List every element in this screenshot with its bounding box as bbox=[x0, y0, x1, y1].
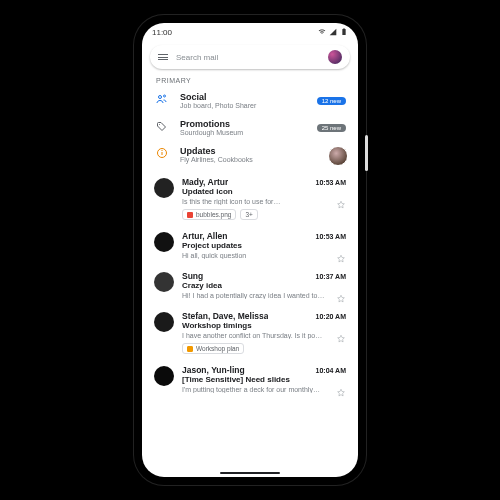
svg-rect-1 bbox=[343, 28, 344, 29]
mail-time: 10:53 AM bbox=[316, 233, 346, 240]
mail-item[interactable]: Jason, Yun-ling 10:04 AM [Time Sensitive… bbox=[142, 360, 358, 400]
mail-time: 10:37 AM bbox=[316, 273, 346, 280]
mail-time: 10:04 AM bbox=[316, 367, 346, 374]
sender-avatar bbox=[154, 312, 174, 332]
sender-avatar bbox=[154, 232, 174, 252]
mail-time: 10:20 AM bbox=[316, 313, 346, 320]
star-icon[interactable] bbox=[336, 290, 346, 300]
sender-avatar bbox=[154, 272, 174, 292]
category-promotions[interactable]: Promotions Sourdough Museum 25 new bbox=[142, 115, 358, 142]
calendar-icon bbox=[187, 346, 193, 352]
star-icon[interactable] bbox=[336, 196, 346, 206]
mail-item[interactable]: Mady, Artur 10:53 AM Updated icon Is thi… bbox=[142, 172, 358, 226]
people-icon bbox=[154, 92, 170, 105]
mail-subject: [Time Sensitive] Need slides bbox=[182, 375, 346, 384]
sender-preview-avatar bbox=[328, 146, 348, 166]
image-icon bbox=[187, 212, 193, 218]
svg-point-2 bbox=[159, 124, 160, 125]
home-indicator[interactable] bbox=[220, 472, 280, 474]
category-subtitle: Job board, Photo Sharer bbox=[180, 102, 307, 109]
category-updates[interactable]: Updates Fly Airlines, Cookbooks bbox=[142, 142, 358, 172]
sender-name: Artur, Allen bbox=[182, 231, 228, 241]
mail-snippet: I'm putting together a deck for our mont… bbox=[182, 386, 320, 393]
category-social[interactable]: Social Job board, Photo Sharer 12 new bbox=[142, 88, 358, 115]
svg-rect-5 bbox=[162, 150, 163, 151]
category-title: Social bbox=[180, 92, 307, 102]
phone-frame: 11:00 Search mail PRIMARY Social Job bo bbox=[134, 15, 366, 485]
mail-subject: Project updates bbox=[182, 241, 346, 250]
sender-avatar bbox=[154, 366, 174, 386]
attachment-more-chip[interactable]: 3+ bbox=[240, 209, 257, 220]
account-avatar[interactable] bbox=[328, 50, 342, 64]
mail-item[interactable]: Sung 10:37 AM Crazy idea Hi! I had a pot… bbox=[142, 266, 358, 306]
power-button bbox=[365, 135, 368, 171]
info-icon bbox=[154, 146, 170, 159]
mail-time: 10:53 AM bbox=[316, 179, 346, 186]
new-badge: 25 new bbox=[317, 124, 346, 132]
star-icon[interactable] bbox=[336, 330, 346, 340]
mail-snippet: I have another conflict on Thursday. Is … bbox=[182, 332, 322, 339]
status-bar: 11:00 bbox=[142, 23, 358, 41]
svg-rect-0 bbox=[342, 29, 345, 35]
new-badge: 12 new bbox=[317, 97, 346, 105]
attachment-chip[interactable]: Workshop plan bbox=[182, 343, 244, 354]
search-placeholder: Search mail bbox=[176, 53, 320, 62]
inbox-list[interactable]: Social Job board, Photo Sharer 12 new Pr… bbox=[142, 88, 358, 477]
mail-snippet: Hi! I had a potentially crazy idea I wan… bbox=[182, 292, 324, 299]
mail-snippet: Is this the right icon to use for… bbox=[182, 198, 280, 205]
section-label: PRIMARY bbox=[142, 75, 358, 88]
sender-avatar bbox=[154, 178, 174, 198]
svg-rect-4 bbox=[162, 152, 163, 155]
wifi-icon bbox=[318, 28, 326, 36]
category-title: Promotions bbox=[180, 119, 307, 129]
sender-name: Sung bbox=[182, 271, 203, 281]
star-icon[interactable] bbox=[336, 250, 346, 260]
status-icons bbox=[318, 28, 348, 36]
battery-icon bbox=[340, 28, 348, 36]
screen: 11:00 Search mail PRIMARY Social Job bo bbox=[142, 23, 358, 477]
mail-item[interactable]: Artur, Allen 10:53 AM Project updates Hi… bbox=[142, 226, 358, 266]
mail-snippet: Hi all, quick question bbox=[182, 252, 246, 259]
sender-name: Mady, Artur bbox=[182, 177, 228, 187]
status-time: 11:00 bbox=[152, 28, 172, 37]
tag-icon bbox=[154, 119, 170, 132]
menu-icon[interactable] bbox=[158, 54, 168, 60]
star-icon[interactable] bbox=[336, 384, 346, 394]
mail-subject: Crazy idea bbox=[182, 281, 346, 290]
attachment-chip[interactable]: bubbles.png bbox=[182, 209, 236, 220]
sender-name: Stefan, Dave, Melissa bbox=[182, 311, 268, 321]
category-subtitle: Fly Airlines, Cookbooks bbox=[180, 156, 318, 163]
mail-subject: Workshop timings bbox=[182, 321, 346, 330]
mail-subject: Updated icon bbox=[182, 187, 346, 196]
category-subtitle: Sourdough Museum bbox=[180, 129, 307, 136]
search-bar[interactable]: Search mail bbox=[150, 45, 350, 69]
category-title: Updates bbox=[180, 146, 318, 156]
sender-name: Jason, Yun-ling bbox=[182, 365, 245, 375]
signal-icon bbox=[329, 28, 337, 36]
mail-item[interactable]: Stefan, Dave, Melissa 10:20 AM Workshop … bbox=[142, 306, 358, 360]
